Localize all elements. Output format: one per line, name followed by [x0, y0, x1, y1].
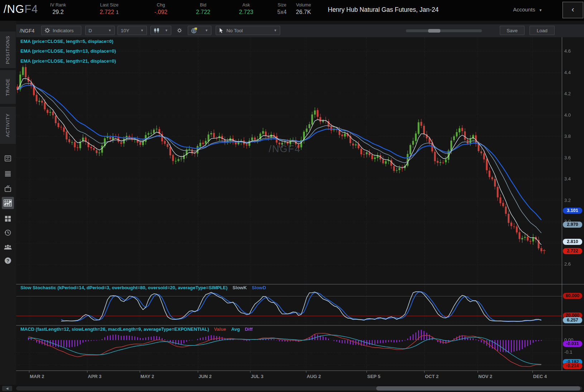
scroll-left-arrow-icon[interactable]: ◀	[2, 386, 12, 391]
time-slider-thumb[interactable]	[428, 29, 440, 33]
stat-value-size: 1	[116, 9, 119, 15]
price-value-bubble: 2.722	[563, 248, 582, 254]
time-tick-label: DEC 4	[533, 374, 547, 379]
symbol-label: /NGF4	[4, 3, 38, 16]
price-tick-label: 3.4	[564, 176, 571, 182]
chevron-left-icon: ‹	[571, 5, 574, 14]
sidebar-chart-icon[interactable]	[2, 197, 14, 209]
sidebar-report-icon[interactable]	[2, 153, 14, 165]
horizontal-scrollbar[interactable]: ◀	[0, 385, 584, 392]
stat-label: Ask	[232, 3, 260, 8]
sidebar-tab-trade[interactable]: TRADE	[0, 70, 16, 104]
quote-stat-chg: Chg-.092	[147, 0, 175, 21]
active-tool-dropdown[interactable]: No Tool ▼	[216, 26, 280, 35]
quote-stat-volume: Volume26.7K	[292, 0, 315, 21]
stat-value: 5x4	[274, 9, 290, 15]
time-tick-label: AUG 2	[307, 374, 321, 379]
indicators-button[interactable]: Indicators	[41, 26, 81, 35]
chevron-down-icon: ▼	[108, 29, 111, 32]
legend-diff: Diff	[245, 326, 253, 332]
chart-settings-button[interactable]	[174, 26, 185, 35]
price-value-bubble: 2.970	[563, 222, 582, 228]
time-slider[interactable]	[406, 29, 482, 32]
stat-label: Chg	[147, 3, 175, 8]
time-axis: MAR 2APR 3MAY 2JUN 2JUL 3AUG 2SEP 5OCT 2…	[16, 371, 584, 385]
price-tick-label: 4.2	[564, 91, 571, 96]
stat-value: 2.7221	[90, 9, 129, 15]
stoch-value-bubble: 6.257	[563, 317, 582, 323]
range-dropdown[interactable]: 10Y▼	[118, 26, 147, 35]
legend-avg: Avg	[231, 326, 240, 332]
chart-toolbar: /NGF4 Indicators D▼ 10Y▼ ▼ ▼	[16, 24, 584, 37]
price-value-bubble: 3.101	[563, 208, 582, 214]
sidebar-tab-activity[interactable]: ACTIVITY	[0, 107, 16, 144]
time-tick-label: MAR 2	[30, 374, 44, 379]
indicators-label: Indicators	[53, 28, 74, 33]
candlestick-icon	[154, 28, 160, 33]
price-tick-label: 4.0	[564, 112, 571, 118]
price-chart-canvas[interactable]	[16, 37, 584, 371]
chevron-down-icon: ▼	[205, 29, 208, 32]
study-label-ema5: EMA (price=CLOSE, length=5, displace=0)	[20, 39, 113, 44]
chevron-down-icon: ▼	[539, 8, 542, 12]
accounts-dropdown[interactable]: Accounts▼	[513, 6, 542, 13]
sidebar-help-icon[interactable]: ?	[2, 255, 14, 267]
stat-label: Last Size	[90, 3, 129, 8]
sidebar-dashboard-icon[interactable]	[2, 212, 14, 224]
load-button[interactable]: Load	[530, 26, 555, 35]
macd-value-bubble: -0.214	[563, 363, 582, 369]
time-tick-label: MAY 2	[140, 374, 154, 379]
sidebar-watchlist-icon[interactable]	[2, 168, 14, 180]
sidebar-tv-icon[interactable]	[2, 183, 14, 195]
legend-value: Value	[214, 326, 226, 332]
price-value-bubble: 2.810	[563, 239, 582, 245]
scrollbar-thumb[interactable]	[376, 386, 580, 391]
price-tick-label: 4.6	[564, 48, 571, 54]
stochastic-title: Slow Stochastic (kPeriod=14, dPeriod=3, …	[20, 285, 228, 290]
accounts-label: Accounts	[513, 6, 535, 13]
study-label-ema21: EMA (price=CLOSE, length=21, displace=0)	[20, 58, 116, 64]
timeframe-dropdown[interactable]: D▼	[85, 26, 115, 35]
sidebar-tab-positions[interactable]: POSITIONS	[0, 32, 16, 68]
drawing-set-dropdown[interactable]: ▼	[188, 26, 211, 35]
study-label-ema13: EMA (price=CLOSE, length=13, displace=0)	[20, 48, 116, 54]
save-button[interactable]: Save	[500, 26, 525, 35]
stat-label: IV Rank	[47, 3, 70, 8]
stoch-value-bubble: 80.000	[563, 293, 582, 299]
time-tick	[367, 371, 367, 373]
trading-platform-window: /NGF4 IV Rank29.2Last Size2.7221Chg-.092…	[0, 0, 584, 392]
study-label-macd: MACD (fastLength=12, slowLength=26, macd…	[20, 326, 253, 332]
load-label: Load	[537, 28, 547, 33]
indicators-icon	[44, 28, 50, 33]
macd-title: MACD (fastLength=12, slowLength=26, macd…	[20, 326, 209, 332]
quote-stat-iv-rank: IV Rank29.2	[47, 0, 70, 21]
time-tick-label: JUL 3	[251, 374, 263, 379]
collapse-panel-button[interactable]: ‹	[563, 2, 583, 18]
stat-value: 26.7K	[292, 9, 315, 15]
symbol-root: /NG	[4, 3, 24, 15]
price-tick-label: 3.2	[564, 198, 571, 203]
chevron-down-icon: ▼	[165, 29, 168, 32]
chart-type-dropdown[interactable]: ▼	[150, 26, 171, 35]
stat-value: 2.723	[232, 9, 260, 15]
time-tick	[250, 371, 250, 373]
stat-label: Bid	[189, 3, 217, 8]
study-label-stochastic: Slow Stochastic (kPeriod=14, dPeriod=3, …	[20, 285, 266, 290]
time-tick	[424, 371, 425, 373]
time-tick	[87, 371, 87, 373]
active-tool-label: No Tool	[226, 28, 243, 33]
gear-icon	[177, 27, 182, 34]
contract-title: Henry Hub Natural Gas Futures, Jan-24	[328, 6, 439, 14]
scrollbar-track[interactable]	[16, 386, 582, 391]
quote-stat-last-size: Last Size2.7221	[90, 0, 129, 21]
timeframe-value: D	[88, 28, 92, 33]
chart-section: /NGF4 Indicators D▼ 10Y▼ ▼ ▼	[16, 21, 584, 392]
time-tick	[140, 371, 140, 373]
legend-slowk: SlowK	[233, 285, 247, 290]
price-tick-label: 2.6	[564, 261, 571, 267]
sidebar-community-icon[interactable]	[2, 241, 14, 253]
time-tick	[198, 371, 198, 373]
macd-legend: ValueAvgDiff	[209, 326, 253, 332]
sidebar-history-icon[interactable]	[2, 227, 14, 239]
price-tick-label: 3.6	[564, 155, 571, 160]
